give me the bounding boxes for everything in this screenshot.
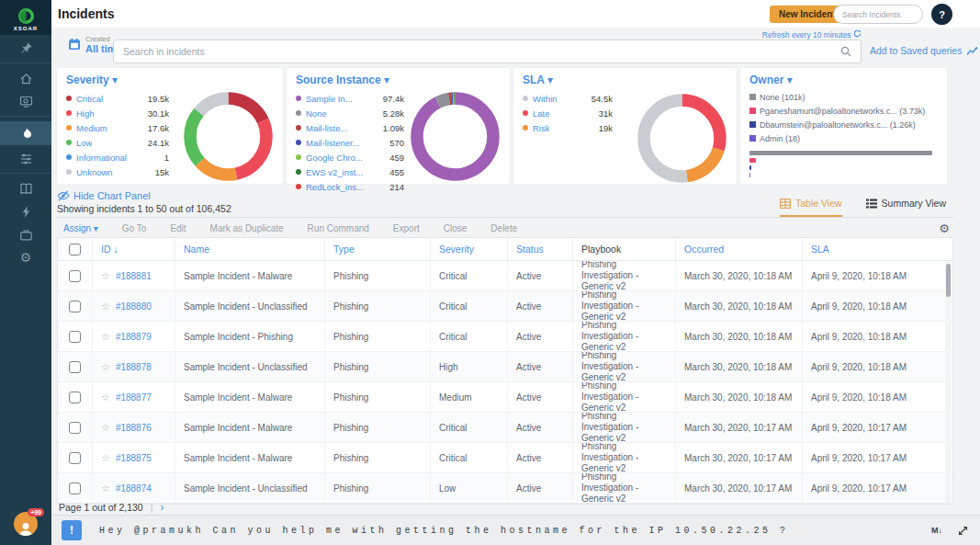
star-icon[interactable]: ☆ — [101, 452, 110, 464]
toolbar-action-go-to[interactable]: Go To — [122, 223, 147, 233]
incidents-search-input[interactable]: Search in incidents — [113, 40, 862, 63]
chart-title[interactable]: SLA ▾ — [523, 74, 727, 86]
xsoar-logo[interactable]: XSOAR — [0, 0, 51, 35]
toolbar-action-edit[interactable]: Edit — [170, 223, 186, 233]
row-checkbox[interactable] — [69, 422, 81, 434]
legend-item[interactable]: Google Chro...459 — [296, 150, 404, 165]
toolbar-action-export[interactable]: Export — [393, 223, 420, 233]
row-checkbox[interactable] — [69, 301, 81, 312]
next-page-button[interactable]: › — [160, 501, 163, 514]
column-header-playbook[interactable]: Playbook — [573, 238, 676, 260]
row-checkbox[interactable] — [69, 392, 81, 403]
incident-id-link[interactable]: #188879 — [116, 332, 152, 342]
bar[interactable] — [749, 173, 750, 177]
legend-item[interactable]: Admin (18) — [749, 131, 800, 145]
incident-id-link[interactable]: #188875 — [116, 453, 152, 463]
refresh-note[interactable]: Refresh every 10 minutes — [722, 29, 862, 40]
toolbar-action-close[interactable]: Close — [444, 223, 467, 233]
column-header-type[interactable]: Type — [325, 238, 431, 260]
chart-title[interactable]: Owner ▾ — [749, 74, 938, 86]
toolbar-action-mark-as-duplicate[interactable]: Mark as Duplicate — [210, 223, 284, 233]
column-header-occurred[interactable]: Occurred — [676, 238, 803, 260]
table-row[interactable]: ☆#188876Sample Incident - MalwarePhishin… — [58, 413, 952, 443]
tab-summary-view[interactable]: Summary View — [866, 198, 946, 217]
table-row[interactable]: ☆#188877Sample Incident - MalwarePhishin… — [58, 382, 952, 413]
sidebar-item-incidents[interactable] — [0, 121, 51, 145]
sidebar-item-settings[interactable]: ⚙ — [0, 247, 51, 267]
table-row[interactable]: ☆#188880Sample Incident - UnclassifiedPh… — [58, 291, 952, 322]
star-icon[interactable]: ☆ — [101, 483, 110, 494]
column-header-id[interactable]: ID ↓ — [93, 238, 175, 260]
column-header-name[interactable]: Name — [175, 238, 325, 260]
incident-id-link[interactable]: #188874 — [116, 483, 152, 494]
table-row[interactable]: ☆#188875Sample Incident - MalwarePhishin… — [58, 443, 952, 473]
row-checkbox[interactable] — [69, 331, 81, 343]
legend-item[interactable]: Mail-liste...1.09k — [296, 120, 404, 135]
select-all-checkbox[interactable] — [69, 244, 81, 255]
hide-chart-panel-link[interactable]: Hide Chart Panel — [57, 189, 151, 202]
legend-item[interactable]: Pganeshamurt@paloaltonetworks.c... (3.73… — [749, 104, 925, 118]
sidebar-item-pin[interactable] — [0, 38, 51, 58]
markdown-icon[interactable]: M↓ — [931, 526, 942, 535]
column-header-severity[interactable]: Severity — [431, 238, 508, 260]
legend-item[interactable]: Low24.1k — [66, 135, 169, 150]
sidebar-item-threat-intel[interactable] — [0, 148, 51, 168]
toolbar-action-run-command[interactable]: Run Command — [308, 223, 369, 233]
star-icon[interactable]: ☆ — [101, 422, 110, 434]
tab-table-view[interactable]: Table View — [780, 198, 842, 217]
chat-message[interactable]: Hey @pramukh Can you help me with gettin… — [99, 526, 931, 536]
bot-icon[interactable]: ! — [62, 520, 82, 540]
sidebar-item-home[interactable] — [0, 68, 51, 88]
legend-item[interactable]: High30.1k — [66, 106, 169, 120]
table-scrollbar[interactable] — [945, 262, 952, 503]
incident-id-link[interactable]: #188881 — [116, 271, 152, 281]
sidebar-item-playbooks[interactable] — [0, 178, 51, 199]
incident-id-link[interactable]: #188878 — [116, 362, 152, 372]
user-avatar[interactable]: +99 — [14, 512, 38, 536]
legend-item[interactable]: Mail-listener...570 — [296, 135, 404, 150]
column-header-status[interactable]: Status — [508, 238, 573, 260]
incident-id-link[interactable]: #188880 — [116, 301, 152, 312]
legend-item[interactable]: None (101k) — [749, 90, 805, 104]
table-row[interactable]: ☆#188874Sample Incident - UnclassifiedPh… — [58, 473, 952, 504]
scrollbar-thumb[interactable] — [946, 264, 951, 297]
row-checkbox[interactable] — [69, 452, 81, 464]
incident-id-link[interactable]: #188877 — [116, 392, 152, 403]
star-icon[interactable]: ☆ — [101, 331, 110, 343]
legend-item[interactable]: Risk19k — [523, 120, 613, 135]
star-icon[interactable]: ☆ — [101, 301, 110, 312]
legend-item[interactable]: Dbaumstein@paloaltonetworks.c... (1.26k) — [749, 118, 916, 131]
legend-item[interactable]: EWS v2_inst...455 — [296, 165, 404, 179]
legend-item[interactable]: Within54.5k — [523, 91, 613, 106]
legend-item[interactable]: Sample In...97.4k — [296, 91, 404, 106]
table-row[interactable]: ☆#188879Sample Incident - PhishingPhishi… — [58, 322, 952, 352]
table-settings-gear-icon[interactable]: ⚙ — [939, 221, 950, 235]
sidebar-item-automation[interactable] — [0, 201, 51, 221]
legend-item[interactable]: Medium17.6k — [66, 120, 169, 135]
bar[interactable] — [749, 165, 751, 170]
toolbar-action-delete[interactable]: Delete — [490, 223, 517, 233]
row-checkbox[interactable] — [69, 270, 81, 282]
legend-item[interactable]: Unknown15k — [66, 165, 169, 179]
legend-item[interactable]: Informational1 — [66, 150, 169, 165]
expand-icon[interactable] — [957, 525, 969, 537]
column-header-sla[interactable]: SLA — [803, 238, 952, 260]
legend-item[interactable]: None5.28k — [296, 106, 404, 120]
add-to-saved-queries-link[interactable]: Add to Saved queries — [870, 45, 978, 56]
chart-title[interactable]: Severity ▾ — [66, 74, 274, 86]
table-row[interactable]: ☆#188881Sample Incident - MalwarePhishin… — [58, 261, 952, 291]
legend-item[interactable]: Critical19.5k — [66, 91, 169, 106]
row-checkbox[interactable] — [69, 483, 81, 494]
help-button[interactable]: ? — [931, 4, 952, 25]
bar[interactable] — [749, 151, 932, 155]
star-icon[interactable]: ☆ — [101, 392, 110, 403]
bar[interactable] — [749, 158, 756, 163]
chart-title[interactable]: Source Instance ▾ — [296, 74, 501, 86]
star-icon[interactable]: ☆ — [101, 270, 110, 282]
legend-item[interactable]: Late31k — [523, 106, 613, 120]
table-row[interactable]: ☆#188878Sample Incident - UnclassifiedPh… — [58, 352, 952, 382]
toolbar-action-assign[interactable]: Assign ▾ — [63, 223, 98, 233]
global-search-input[interactable]: Search Incidents. — [833, 5, 923, 24]
incident-id-link[interactable]: #188876 — [116, 423, 152, 433]
sidebar-item-dashboard[interactable] — [0, 91, 51, 111]
